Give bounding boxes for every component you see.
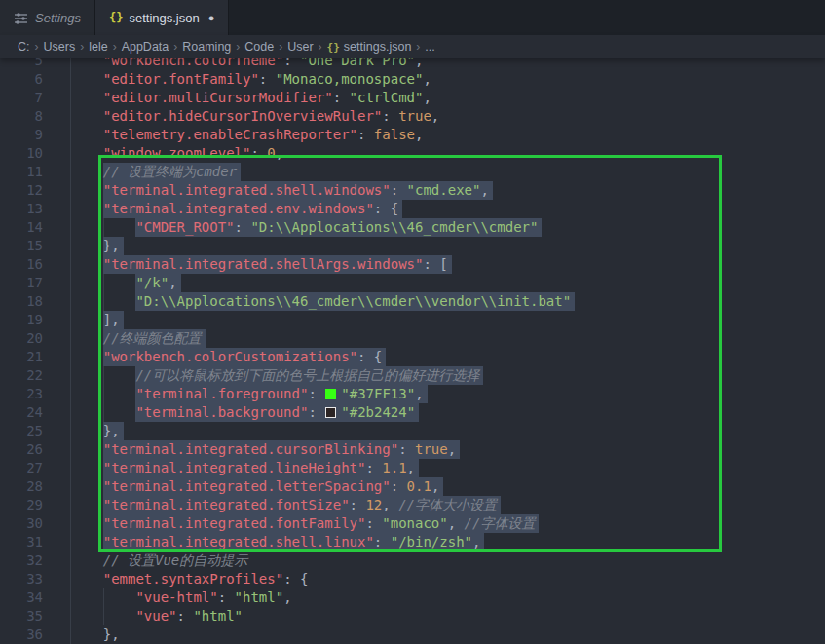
breadcrumb-item-ellipsis[interactable]: ... bbox=[425, 40, 434, 54]
code-line[interactable]: 30"terminal.integrated.fontFamily": "mon… bbox=[0, 514, 825, 533]
code-line[interactable]: 29"terminal.integrated.fontSize": 12, //… bbox=[0, 496, 825, 514]
token-k: "terminal.integrated.shell.linux" bbox=[103, 534, 374, 549]
line-number[interactable]: 18 bbox=[0, 292, 43, 311]
line-number[interactable]: 23 bbox=[0, 385, 43, 403]
breadcrumb-item-lele[interactable]: lele bbox=[89, 40, 107, 54]
code-line[interactable]: 5"workbench.colorTheme": "One Dark Pro", bbox=[0, 58, 825, 70]
line-number[interactable]: 12 bbox=[0, 181, 43, 200]
breadcrumb-item-drive[interactable]: C: bbox=[18, 40, 30, 54]
code-line[interactable]: 23"terminal.foreground": "#37FF13", bbox=[0, 385, 825, 403]
line-number[interactable]: 24 bbox=[0, 403, 43, 422]
code-line[interactable]: 15}, bbox=[0, 237, 825, 255]
code-line[interactable]: 6"editor.fontFamily": "Monaco,monospace"… bbox=[0, 70, 825, 89]
code-line[interactable]: 11// 设置终端为cmder bbox=[0, 163, 825, 181]
chevron-right-icon: › bbox=[279, 40, 282, 54]
indent-guide bbox=[103, 218, 136, 237]
code-line[interactable]: 10"window.zoomLevel": 0, bbox=[0, 144, 825, 163]
line-number[interactable]: 10 bbox=[0, 144, 43, 163]
tab-settings[interactable]: Settings bbox=[0, 0, 95, 35]
token-p: , bbox=[415, 58, 423, 68]
code-line[interactable]: 17"/k", bbox=[0, 274, 825, 292]
code-line[interactable]: 31"terminal.integrated.shell.linux": "/b… bbox=[0, 533, 825, 551]
code-line[interactable]: 7"editor.multiCursorModifier": "ctrlCmd"… bbox=[0, 89, 825, 107]
code-line[interactable]: 25}, bbox=[0, 422, 825, 440]
selection-highlight: "terminal.integrated.shell.linux": "/bin… bbox=[103, 533, 485, 551]
breadcrumb-item-user[interactable]: User bbox=[287, 40, 313, 54]
line-number[interactable]: 17 bbox=[0, 274, 43, 292]
breadcrumb-item-roaming[interactable]: Roaming bbox=[182, 40, 231, 54]
code-line[interactable]: 19], bbox=[0, 311, 825, 329]
line-number[interactable]: 6 bbox=[0, 70, 43, 89]
code-line[interactable]: 20//终端颜色配置 bbox=[0, 329, 825, 348]
token-k: "editor.multiCursorModifier" bbox=[103, 90, 333, 105]
line-number[interactable]: 27 bbox=[0, 459, 43, 477]
line-number[interactable]: 28 bbox=[0, 477, 43, 496]
token-p: : bbox=[308, 404, 324, 420]
token-p: : [ bbox=[423, 256, 447, 272]
code-line[interactable]: 22//可以将鼠标放到下面的色号上根据自己的偏好进行选择 bbox=[0, 366, 825, 385]
breadcrumb-item-appdata[interactable]: AppData bbox=[122, 40, 169, 54]
indent-guide bbox=[70, 311, 103, 329]
code-line[interactable]: 36}, bbox=[0, 625, 825, 644]
line-number[interactable]: 8 bbox=[0, 107, 43, 126]
vscode-window: Settings {} settings.json ● C: › Users ›… bbox=[0, 0, 825, 644]
line-number[interactable]: 22 bbox=[0, 366, 43, 385]
code-line[interactable]: 9"telemetry.enableCrashReporter": false, bbox=[0, 126, 825, 144]
line-number[interactable]: 11 bbox=[0, 163, 43, 181]
breadcrumb-item-settings-json[interactable]: settings.json bbox=[344, 40, 411, 54]
color-swatch-dark[interactable] bbox=[325, 407, 336, 418]
token-p: : bbox=[365, 515, 382, 531]
line-number[interactable]: 33 bbox=[0, 570, 43, 588]
code-line[interactable]: 18"D:\\Applocations\\46_cmder\\cmder\\ve… bbox=[0, 292, 825, 311]
line-number[interactable]: 13 bbox=[0, 200, 43, 218]
token-k: "vue-html" bbox=[135, 589, 217, 605]
line-number[interactable]: 30 bbox=[0, 514, 43, 533]
line-number[interactable]: 31 bbox=[0, 533, 43, 551]
line-number[interactable]: 35 bbox=[0, 607, 43, 625]
code-line[interactable]: 13"terminal.integrated.env.windows": { bbox=[0, 200, 825, 218]
code-line[interactable]: 14"CMDER_ROOT": "D:\\Applocations\\46_cm… bbox=[0, 218, 825, 237]
code-line[interactable]: 8"editor.hideCursorInOverviewRuler": tru… bbox=[0, 107, 825, 126]
token-b: false bbox=[374, 127, 415, 142]
line-number[interactable]: 29 bbox=[0, 496, 43, 514]
code-line[interactable]: 24"terminal.background": "#2b2424" bbox=[0, 403, 825, 422]
line-number[interactable]: 21 bbox=[0, 348, 43, 366]
selection-highlight: "terminal.integrated.fontFamily": "monac… bbox=[103, 514, 540, 533]
token-p: , bbox=[431, 108, 439, 124]
editor[interactable]: 5"workbench.colorTheme": "One Dark Pro",… bbox=[0, 58, 825, 644]
color-swatch-green[interactable] bbox=[325, 389, 336, 399]
code-line[interactable]: 12"terminal.integrated.shell.windows": "… bbox=[0, 181, 825, 200]
line-number[interactable]: 9 bbox=[0, 126, 43, 144]
tab-settings-json[interactable]: {} settings.json ● bbox=[95, 0, 229, 35]
code-line[interactable]: 34"vue-html": "html", bbox=[0, 588, 825, 607]
line-number[interactable]: 34 bbox=[0, 588, 43, 607]
line-number[interactable]: 25 bbox=[0, 422, 43, 440]
code-line[interactable]: 21"workbench.colorCustomizations": { bbox=[0, 348, 825, 366]
code-line[interactable]: 28"terminal.integrated.letterSpacing": 0… bbox=[0, 477, 825, 496]
token-p: : bbox=[177, 608, 194, 624]
breadcrumb-item-code[interactable]: Code bbox=[244, 40, 274, 54]
token-p: : { bbox=[374, 201, 398, 216]
line-number[interactable]: 16 bbox=[0, 255, 43, 274]
line-number[interactable]: 20 bbox=[0, 329, 43, 348]
code-line[interactable]: 35"vue": "html" bbox=[0, 607, 825, 625]
token-k: "terminal.integrated.fontSize" bbox=[103, 497, 350, 512]
breadcrumb-item-users[interactable]: Users bbox=[44, 40, 76, 54]
token-nu: 12 bbox=[365, 497, 382, 512]
line-number[interactable]: 19 bbox=[0, 311, 43, 329]
line-number[interactable]: 36 bbox=[0, 625, 43, 644]
line-number[interactable]: 7 bbox=[0, 89, 43, 107]
token-p: : bbox=[218, 589, 235, 605]
line-number[interactable]: 5 bbox=[0, 58, 43, 70]
line-number[interactable]: 14 bbox=[0, 218, 43, 237]
line-number[interactable]: 32 bbox=[0, 551, 43, 570]
code-line[interactable]: 26"terminal.integrated.cursorBlinking": … bbox=[0, 440, 825, 459]
line-number[interactable]: 15 bbox=[0, 237, 43, 255]
modified-dot-icon[interactable]: ● bbox=[208, 12, 215, 23]
code-line[interactable]: 27"terminal.integrated.lineHeight": 1.1, bbox=[0, 459, 825, 477]
tab-settings-json-label: settings.json bbox=[129, 11, 199, 25]
code-line[interactable]: 32// 设置Vue的自动提示 bbox=[0, 551, 825, 570]
code-line[interactable]: 16"terminal.integrated.shellArgs.windows… bbox=[0, 255, 825, 274]
code-line[interactable]: 33"emmet.syntaxProfiles": { bbox=[0, 570, 825, 588]
line-number[interactable]: 26 bbox=[0, 440, 43, 459]
